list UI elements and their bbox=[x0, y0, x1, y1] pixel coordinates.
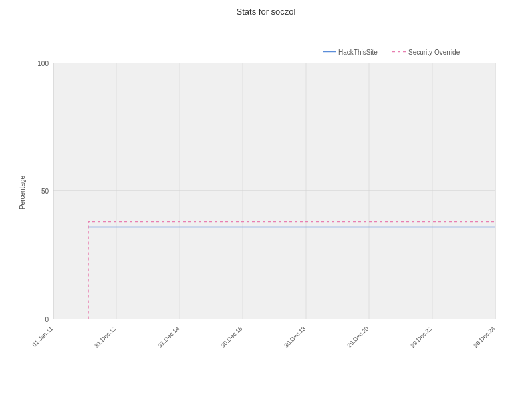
chart-area: HackThisSite Security Override 100 50 0 … bbox=[17, 19, 515, 392]
ytick-0: 0 bbox=[45, 316, 49, 323]
chart-background bbox=[53, 63, 495, 319]
xtick-7: 28.Dec.24 bbox=[472, 325, 496, 349]
xtick-1: 31.Dec.12 bbox=[93, 325, 117, 349]
xtick-0: 01.Jan.11 bbox=[31, 325, 54, 348]
xtick-6: 29.Dec.22 bbox=[409, 325, 433, 349]
xtick-4: 30.Dec.18 bbox=[283, 325, 307, 349]
chart-container: Stats for soczol HackThisSite Security O… bbox=[0, 0, 532, 399]
ytick-100: 100 bbox=[37, 60, 49, 67]
ytick-50: 50 bbox=[41, 188, 49, 195]
xtick-5: 29.Dec.20 bbox=[346, 325, 370, 349]
legend-label-so: Security Override bbox=[408, 49, 460, 56]
xtick-2: 31.Dec.14 bbox=[156, 325, 180, 349]
chart-svg: HackThisSite Security Override 100 50 0 … bbox=[17, 19, 515, 392]
xtick-3: 30.Dec.16 bbox=[219, 325, 243, 349]
legend-label-hts: HackThisSite bbox=[338, 49, 378, 56]
chart-title: Stats for soczol bbox=[237, 7, 296, 17]
y-axis-label: Percentage bbox=[19, 175, 26, 209]
